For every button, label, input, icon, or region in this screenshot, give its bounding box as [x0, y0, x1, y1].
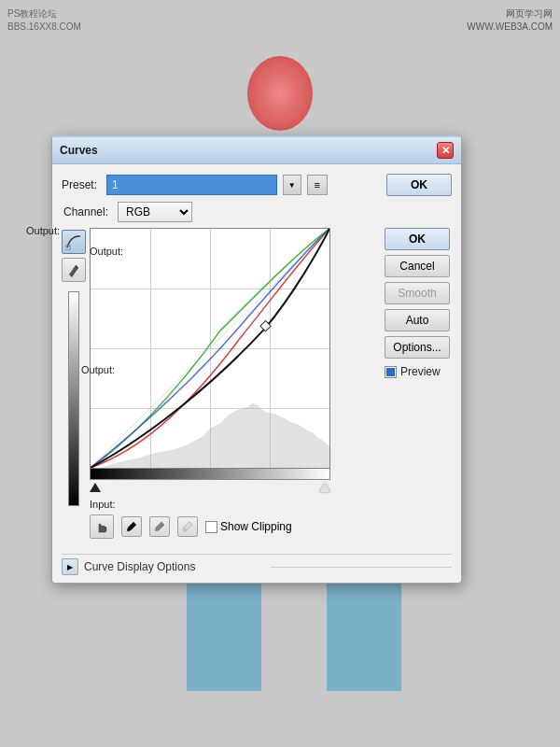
main-content: Output: Input:	[62, 228, 452, 539]
preview-checkbox[interactable]	[385, 366, 397, 378]
dialog-titlebar: Curves ✕	[52, 137, 461, 164]
gray-eyedropper-button[interactable]	[149, 516, 170, 537]
output-gradient-bar	[68, 291, 79, 506]
smooth-button[interactable]: Smooth	[385, 282, 450, 304]
watermark-left: PS教程论坛 BBS.16XX8.COM	[7, 7, 81, 34]
tool-column	[62, 230, 86, 539]
close-icon: ✕	[441, 145, 450, 157]
dropdown-arrow-icon: ▼	[288, 181, 296, 190]
input-gradient-bar	[90, 469, 330, 480]
preview-checkbox-check	[386, 368, 395, 376]
black-eyedropper-button[interactable]	[121, 516, 142, 537]
show-clipping-label: Show Clipping	[220, 520, 292, 533]
curve-display-label: Curve Display Options	[84, 560, 265, 573]
output-label: Output:	[26, 225, 60, 236]
output-side-label: Output:	[81, 364, 115, 375]
slider-row	[90, 481, 330, 494]
hand-tool-button[interactable]	[90, 514, 114, 539]
watermark-right: 网页学习网 WWW.WEB3A.COM	[467, 7, 553, 34]
channel-label: Channel:	[63, 205, 112, 218]
input-label-row: Input:	[90, 498, 377, 511]
curve-tool-icon	[65, 233, 82, 250]
svg-point-6	[155, 529, 158, 531]
bottom-tools-row: Show Clipping	[90, 514, 377, 539]
white-eyedropper-icon	[181, 520, 194, 533]
white-eyedropper-button[interactable]	[177, 516, 198, 537]
svg-point-7	[183, 529, 186, 531]
preview-label: Preview	[400, 365, 441, 378]
black-eyedropper-icon	[125, 520, 138, 533]
curve-display-separator	[271, 567, 452, 568]
ok-button[interactable]: OK	[386, 174, 452, 196]
left-area: Output: Input:	[62, 228, 377, 539]
preview-row: Preview	[385, 365, 452, 378]
menu-icon: ≡	[315, 179, 320, 190]
pencil-tool-button[interactable]	[62, 258, 86, 282]
curves-dialog: Curves ✕ Preset: ▼ ≡ OK Channel: RGB Red	[51, 135, 462, 584]
curve-display-options-row: ▶ Curve Display Options	[62, 554, 452, 575]
close-button[interactable]: ✕	[437, 142, 454, 159]
right-buttons: OK Cancel Smooth Auto Options... Preview	[385, 228, 452, 378]
expand-icon: ▶	[67, 563, 73, 571]
curves-canvas	[91, 229, 329, 468]
ok-button-right[interactable]: OK	[385, 228, 450, 250]
svg-point-5	[127, 529, 130, 531]
white-point-slider[interactable]	[319, 483, 330, 492]
preset-input[interactable]	[106, 175, 277, 195]
preset-menu-button[interactable]: ≡	[307, 175, 328, 195]
character-head	[247, 56, 313, 131]
cancel-button[interactable]: Cancel	[385, 255, 450, 277]
channel-row: Channel: RGB Red Green Blue	[63, 202, 452, 222]
preset-label: Preset:	[62, 178, 101, 191]
pencil-tool-icon	[66, 262, 81, 277]
show-clipping-checkbox[interactable]	[205, 521, 217, 533]
options-button[interactable]: Options...	[385, 336, 450, 359]
output-label-display: Output:	[90, 246, 123, 257]
channel-select[interactable]: RGB Red Green Blue	[118, 202, 192, 222]
graph-area: Output: Input:	[90, 228, 377, 539]
curve-tool-button[interactable]	[62, 230, 86, 254]
show-clipping-row: Show Clipping	[205, 520, 292, 533]
gray-eyedropper-icon	[153, 520, 166, 533]
preset-dropdown-button[interactable]: ▼	[283, 175, 301, 195]
curve-display-expand-button[interactable]: ▶	[62, 558, 78, 575]
preset-row: Preset: ▼ ≡ OK	[62, 174, 452, 196]
black-point-slider[interactable]	[90, 483, 101, 492]
dialog-title: Curves	[60, 144, 98, 157]
auto-button[interactable]: Auto	[385, 309, 450, 331]
hand-icon	[94, 519, 109, 534]
input-label: Input:	[90, 499, 116, 510]
curves-graph[interactable]	[90, 228, 330, 469]
